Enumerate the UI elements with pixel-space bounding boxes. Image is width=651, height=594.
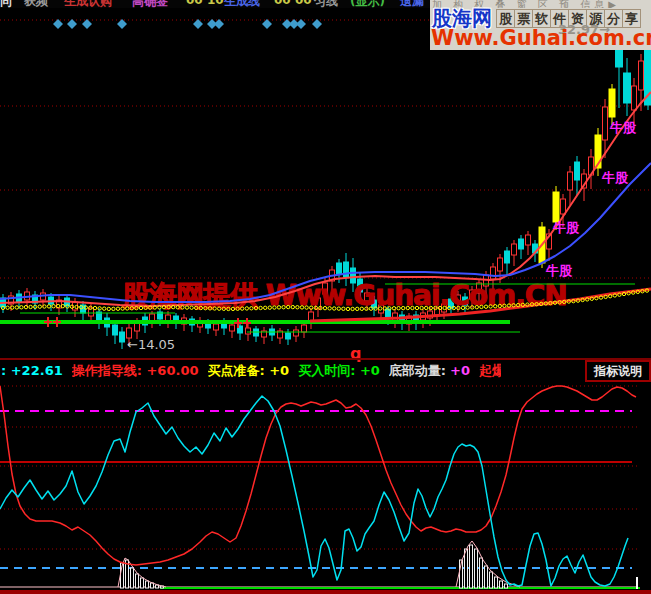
indicator-value: 起爆 [479,362,501,380]
indicator-value: 操作指导线: +60.00 [72,362,199,380]
indicator-value: 买点准备: +0 [208,362,290,380]
strip-fragment: 匀线 [314,0,338,8]
indicator-value: +0 [450,362,470,380]
indicator-value: : +22.61 [1,362,63,380]
tagline-char-cell: 票 [514,9,533,28]
indicator-value: 买入时间: +0 [298,362,380,380]
svg-text:牛股: 牛股 [601,170,629,185]
strip-fragment: 00 00 [274,0,312,7]
tagline-char-cell: 股 [496,9,515,28]
indicator-value-row: : +22.61操作指导线: +60.00买点准备: +0买入时间: +0底部动… [1,362,561,380]
strip-fragment: 生成线 [224,0,260,8]
guhai-logo-block: 加 构 权 叠 窗 区 预 信息▶ 股海网 股票软件资源分享 32.97→ Ww… [430,0,651,50]
stock-app-window: 股海网提供 Www.Guhai.Com.CN牛股牛股牛股牛股←14.05q 同获… [0,0,651,594]
strip-fragment: 00 10 [186,0,224,7]
svg-text:牛股: 牛股 [545,263,573,278]
strip-fragment: 获频 [24,0,48,8]
svg-text:q: q [350,344,361,363]
strip-fragment: 同 [0,0,12,8]
svg-text:牛股: 牛股 [552,220,580,235]
brand-logo-text: 股海网 [432,8,492,28]
strip-fragment: 高确签 [132,0,168,8]
chart-canvas[interactable]: 股海网提供 Www.Guhai.Com.CN牛股牛股牛股牛股←14.05q [0,0,651,594]
svg-text:←14.05: ←14.05 [127,337,175,352]
svg-text:牛股: 牛股 [609,120,637,135]
brand-url-text: Www.Guhai.com.cn [431,26,651,50]
indicator-help-button[interactable]: 指标说明 [585,360,651,382]
window-bottom-border [0,590,651,594]
indicator-value: 底部动量: [389,362,446,380]
strip-fragment: 遗漏 [400,0,424,8]
indicator-pane [0,386,640,589]
strip-fragment: 生成认购 [64,0,112,8]
pane-divider [0,358,651,360]
tagline-char-cell: 享 [622,9,641,28]
tagline-char-cell: 软 [532,9,551,28]
price-pane: 股海网提供 Www.Guhai.Com.CN牛股牛股牛股牛股←14.05q [0,19,651,363]
strip-fragment: (显示) [350,0,385,8]
